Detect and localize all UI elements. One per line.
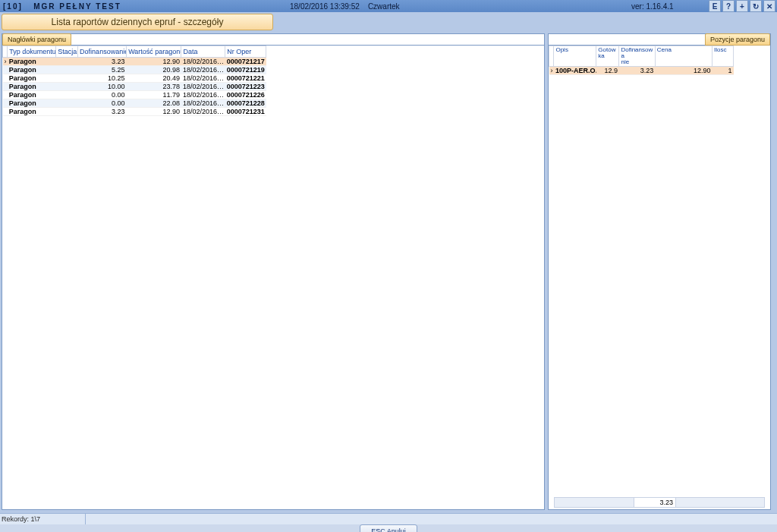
col-wartosc-paragonu[interactable]: Wartość paragonu (127, 46, 181, 58)
datetime-label: 18/02/2016 13:39:52 Czwartek (290, 2, 400, 11)
col-dofinansowanie[interactable]: Dofinansowanie (78, 46, 127, 58)
summary-value: 3.23 (634, 497, 676, 508)
receipt-items-panel: Pozycje paragonu (548, 33, 771, 510)
receipt-headers-tab[interactable]: Nagłówki paragonu (2, 33, 71, 46)
table-row[interactable]: Paragon10.0023.7818/02/2016…0000721223 (3, 83, 266, 91)
title-bar: [10] MGR PEŁNY TEST 18/02/2016 13:39:52 … (0, 0, 777, 12)
header-row: Lista raportów dziennych epruf - szczegó… (0, 12, 777, 32)
col-stacja[interactable]: Stacja (56, 46, 78, 58)
table-row[interactable]: Paragon3.2312.9018/02/2016…0000721231 (3, 108, 266, 116)
cancel-button[interactable]: ESC Anuluj (360, 524, 417, 532)
table-row[interactable]: ›Paragon3.2312.9018/02/2016…0000721217 (3, 58, 266, 66)
receipt-items-tab[interactable]: Pozycje paragonu (705, 33, 770, 46)
status-bar: Rekordy: 1\7 (0, 513, 777, 524)
record-counter: Rekordy: 1\7 (0, 514, 86, 524)
col-data[interactable]: Data (181, 46, 225, 58)
receipt-headers-panel: Nagłówki paragonu (2, 33, 545, 510)
receipt-items-table[interactable]: Opis Gotówka Dofinansowanie Cena Ilosc ›… (549, 46, 734, 75)
col-ilosc[interactable]: Ilosc (712, 46, 733, 67)
summary-row: 3.23 (554, 497, 765, 508)
app-instance-code: [10] MGR PEŁNY TEST (3, 2, 121, 11)
col-typ-dokumentu[interactable]: Typ dokumentu (8, 46, 56, 58)
col-dofinansowanie-r[interactable]: Dofinansowanie (619, 46, 655, 67)
plus-icon-button[interactable]: + (736, 0, 748, 12)
col-cena[interactable]: Cena (655, 46, 712, 67)
table-row[interactable]: Paragon0.0022.0818/02/2016…0000721228 (3, 99, 266, 108)
e-icon-button[interactable]: E (709, 0, 721, 12)
version-label: ver: 1.16.4.1 (631, 2, 674, 11)
footer-buttons: ESC Anuluj (0, 524, 777, 532)
col-gotowka[interactable]: Gotówka (596, 46, 619, 67)
table-row[interactable]: Paragon10.2520.4918/02/2016…0000721221 (3, 74, 266, 83)
receipt-headers-table[interactable]: Typ dokumentu Stacja Dofinansowanie Wart… (2, 46, 266, 116)
table-row[interactable]: Paragon5.2520.9818/02/2016…0000721219 (3, 66, 266, 74)
table-row[interactable]: Paragon0.0011.7918/02/2016…0000721226 (3, 91, 266, 99)
col-nr-oper[interactable]: Nr Oper (225, 46, 266, 58)
help-icon-button[interactable]: ? (722, 0, 735, 12)
col-opis[interactable]: Opis (554, 46, 596, 67)
table-row[interactable]: ›100P-AER.O…12.93.2312.901 (549, 67, 734, 75)
page-title: Lista raportów dziennych epruf - szczegó… (2, 14, 273, 30)
refresh-icon-button[interactable]: ↻ (750, 0, 762, 12)
close-icon-button[interactable]: ✕ (763, 0, 775, 12)
